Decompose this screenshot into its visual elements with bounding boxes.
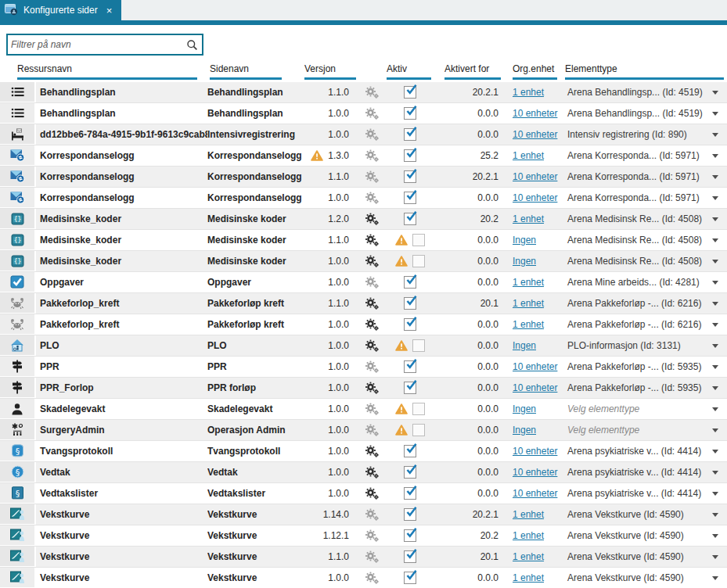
aktiv-checkbox[interactable] (404, 213, 416, 225)
aktiv-checkbox[interactable] (404, 550, 416, 563)
chevron-down-icon[interactable] (712, 576, 718, 580)
elementtype-caret[interactable] (704, 504, 727, 525)
column-header-sidenavn[interactable]: Sidenavn (210, 63, 282, 80)
close-icon[interactable]: × (106, 5, 113, 16)
chevron-down-icon[interactable] (712, 260, 718, 264)
elementtype-dropdown[interactable]: Arena Korresponda... (Id: 5971) (565, 145, 704, 166)
elementtype-dropdown[interactable]: Arena Behandlingsp... (Id: 4519) (565, 103, 704, 124)
column-header-versjon[interactable]: Versjon (304, 63, 356, 80)
row-settings-gear-icon[interactable] (356, 462, 387, 482)
chevron-down-icon[interactable] (712, 323, 718, 327)
aktiv-checkbox[interactable] (404, 445, 416, 457)
org-enhet-link[interactable]: Ingen (513, 425, 536, 436)
elementtype-dropdown[interactable]: Arena Mine arbeids... (Id: 4281) (565, 272, 704, 292)
aktiv-checkbox[interactable] (412, 403, 425, 415)
row-settings-gear-icon[interactable] (356, 420, 387, 440)
elementtype-dropdown[interactable]: Arena Medisinsk Re... (Id: 4508) (565, 230, 704, 250)
aktiv-checkbox[interactable] (404, 149, 416, 162)
elementtype-caret[interactable] (704, 483, 727, 504)
org-enhet-link[interactable]: 10 enheter (513, 446, 557, 457)
chevron-down-icon[interactable] (712, 471, 718, 475)
elementtype-caret[interactable] (704, 188, 727, 208)
chevron-down-icon[interactable] (712, 302, 718, 306)
row-settings-gear-icon[interactable] (356, 525, 387, 546)
row-settings-gear-icon[interactable] (356, 230, 387, 250)
elementtype-dropdown[interactable]: Arena psykiatriske v... (Id: 4414) (565, 441, 704, 461)
elementtype-caret[interactable] (704, 251, 727, 271)
aktiv-checkbox[interactable] (404, 466, 416, 479)
elementtype-caret[interactable] (704, 124, 727, 145)
aktiv-checkbox[interactable] (404, 86, 416, 99)
elementtype-dropdown[interactable]: Arena psykiatriske v... (Id: 4414) (565, 483, 704, 504)
elementtype-caret[interactable] (704, 82, 727, 102)
elementtype-caret[interactable] (704, 525, 727, 546)
column-header-ressursnavn[interactable]: Ressursnavn (17, 63, 197, 80)
aktiv-checkbox[interactable] (412, 424, 425, 436)
elementtype-dropdown[interactable]: Arena psykiatriske v... (Id: 4414) (565, 462, 704, 482)
row-settings-gear-icon[interactable] (356, 103, 387, 124)
org-enhet-link[interactable]: 10 enheter (513, 171, 557, 182)
org-enhet-link[interactable]: 10 enheter (513, 382, 557, 393)
elementtype-dropdown[interactable]: Arena Vekstkurve (Id: 4590) (565, 547, 704, 567)
row-settings-gear-icon[interactable] (356, 399, 387, 419)
aktiv-checkbox[interactable] (412, 234, 425, 246)
elementtype-caret[interactable] (704, 230, 727, 250)
row-settings-gear-icon[interactable] (356, 314, 387, 335)
row-settings-gear-icon[interactable] (356, 272, 387, 292)
elementtype-caret[interactable] (704, 399, 727, 419)
elementtype-caret[interactable] (704, 378, 727, 398)
row-settings-gear-icon[interactable] (356, 188, 387, 208)
org-enhet-link[interactable]: Ingen (513, 235, 536, 246)
elementtype-dropdown[interactable]: Arena Medisinsk Re... (Id: 4508) (565, 209, 704, 229)
elementtype-dropdown[interactable]: Arena Pakkeforløp -... (Id: 6216) (565, 293, 704, 314)
org-enhet-link[interactable]: 1 enhet (513, 572, 544, 583)
org-enhet-link[interactable]: 10 enheter (513, 361, 557, 372)
org-enhet-link[interactable]: 10 enheter (513, 129, 557, 140)
column-header-aktivert-for[interactable]: Aktivert for (444, 63, 501, 80)
chevron-down-icon[interactable] (712, 428, 718, 432)
org-enhet-link[interactable]: 1 enhet (513, 213, 544, 224)
elementtype-dropdown[interactable]: Arena Pakkeforløp -... (Id: 5935) (565, 357, 704, 377)
chevron-down-icon[interactable] (712, 196, 718, 200)
row-settings-gear-icon[interactable] (356, 124, 387, 145)
chevron-down-icon[interactable] (712, 555, 718, 559)
row-settings-gear-icon[interactable] (356, 335, 387, 356)
aktiv-checkbox[interactable] (404, 107, 416, 120)
elementtype-dropdown[interactable]: Velg elementtype (565, 399, 704, 419)
aktiv-checkbox[interactable] (412, 255, 425, 267)
column-header-org-enhet[interactable]: Org.enhet (513, 63, 557, 80)
row-settings-gear-icon[interactable] (356, 82, 387, 102)
elementtype-caret[interactable] (704, 462, 727, 482)
row-settings-gear-icon[interactable] (356, 209, 387, 229)
org-enhet-link[interactable]: 1 enhet (513, 530, 544, 541)
column-header-elementtype[interactable]: Elementtype (565, 63, 724, 80)
org-enhet-link[interactable]: 1 enhet (513, 277, 544, 288)
org-enhet-link[interactable]: 10 enheter (513, 108, 557, 119)
chevron-down-icon[interactable] (712, 281, 718, 285)
elementtype-dropdown[interactable]: Velg elementtype (565, 420, 704, 440)
chevron-down-icon[interactable] (712, 133, 718, 137)
aktiv-checkbox[interactable] (404, 529, 416, 542)
org-enhet-link[interactable]: Ingen (513, 403, 536, 414)
aktiv-checkbox[interactable] (404, 318, 416, 331)
org-enhet-link[interactable]: 1 enhet (513, 298, 544, 309)
org-enhet-link[interactable]: 1 enhet (513, 150, 544, 161)
elementtype-dropdown[interactable]: Arena Pakkeforløp -... (Id: 5935) (565, 378, 704, 398)
elementtype-caret[interactable] (704, 335, 727, 356)
elementtype-dropdown[interactable]: Arena Korresponda... (Id: 5971) (565, 167, 704, 187)
org-enhet-link[interactable]: 10 enheter (513, 192, 557, 203)
aktiv-checkbox[interactable] (404, 192, 416, 204)
row-settings-gear-icon[interactable] (356, 504, 387, 525)
elementtype-caret[interactable] (704, 145, 727, 166)
org-enhet-link[interactable]: Ingen (513, 340, 536, 351)
aktiv-checkbox[interactable] (404, 170, 416, 183)
elementtype-dropdown[interactable]: Arena Korresponda... (Id: 5971) (565, 188, 704, 208)
elementtype-caret[interactable] (704, 103, 727, 124)
tab-konfigurerte-sider[interactable]: Konfigurerte sider × (0, 0, 121, 20)
elementtype-dropdown[interactable]: Arena Medisinsk Re... (Id: 4508) (565, 251, 704, 271)
aktiv-checkbox[interactable] (412, 339, 425, 352)
elementtype-dropdown[interactable]: Arena Vekstkurve (Id: 4590) (565, 568, 704, 588)
chevron-down-icon[interactable] (712, 386, 718, 390)
aktiv-checkbox[interactable] (404, 128, 416, 141)
chevron-down-icon[interactable] (712, 91, 718, 95)
